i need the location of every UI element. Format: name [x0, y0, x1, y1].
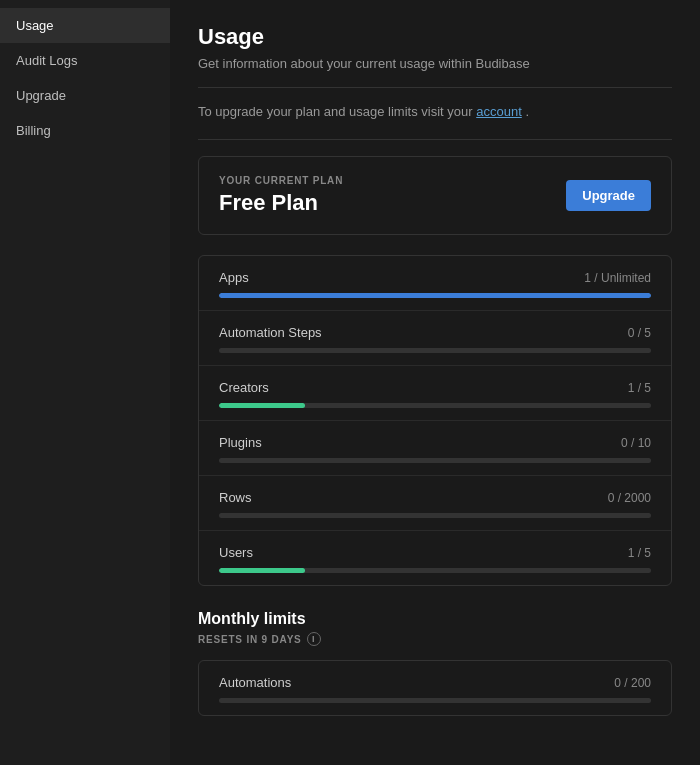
usage-row-automation-steps: Automation Steps0 / 5 [199, 311, 671, 366]
monthly-limits-section: Monthly limits RESETS IN 9 DAYS i Automa… [198, 610, 672, 716]
progress-track-users [219, 568, 651, 573]
upgrade-button[interactable]: Upgrade [566, 180, 651, 211]
monthly-usage-label-automations: Automations [219, 675, 291, 690]
usage-count-creators: 1 / 5 [628, 381, 651, 395]
sidebar-item-billing[interactable]: Billing [0, 113, 170, 148]
progress-fill-users [219, 568, 305, 573]
progress-track-rows [219, 513, 651, 518]
monthly-usage-count-automations: 0 / 200 [614, 676, 651, 690]
usage-row-rows: Rows0 / 2000 [199, 476, 671, 531]
plan-name: Free Plan [219, 190, 343, 216]
upgrade-note-prefix: To upgrade your plan and usage limits vi… [198, 104, 476, 119]
progress-track-creators [219, 403, 651, 408]
progress-fill-apps [219, 293, 651, 298]
usage-row-plugins: Plugins0 / 10 [199, 421, 671, 476]
usage-count-users: 1 / 5 [628, 546, 651, 560]
usage-label-apps: Apps [219, 270, 249, 285]
plan-card: YOUR CURRENT PLAN Free Plan Upgrade [198, 156, 672, 235]
usage-label-automation-steps: Automation Steps [219, 325, 322, 340]
sidebar-item-upgrade[interactable]: Upgrade [0, 78, 170, 113]
progress-fill-creators [219, 403, 305, 408]
monthly-limits-title: Monthly limits [198, 610, 672, 628]
sidebar-item-audit-logs[interactable]: Audit Logs [0, 43, 170, 78]
resets-label: RESETS IN 9 DAYS i [198, 632, 672, 646]
usage-count-automation-steps: 0 / 5 [628, 326, 651, 340]
sidebar-item-usage[interactable]: Usage [0, 8, 170, 43]
divider-1 [198, 87, 672, 88]
monthly-usage-section: Automations0 / 200 [198, 660, 672, 716]
usage-label-users: Users [219, 545, 253, 560]
monthly-progress-track-automations [219, 698, 651, 703]
page-subtitle: Get information about your current usage… [198, 56, 672, 71]
upgrade-note: To upgrade your plan and usage limits vi… [198, 104, 672, 119]
usage-row-users: Users1 / 5 [199, 531, 671, 585]
progress-track-plugins [219, 458, 651, 463]
usage-count-plugins: 0 / 10 [621, 436, 651, 450]
progress-track-automation-steps [219, 348, 651, 353]
usage-row-creators: Creators1 / 5 [199, 366, 671, 421]
plan-label: YOUR CURRENT PLAN [219, 175, 343, 186]
usage-count-apps: 1 / Unlimited [584, 271, 651, 285]
page-title: Usage [198, 24, 672, 50]
info-icon[interactable]: i [307, 632, 321, 646]
account-link[interactable]: account [476, 104, 522, 119]
monthly-usage-row-automations: Automations0 / 200 [199, 661, 671, 715]
usage-label-rows: Rows [219, 490, 252, 505]
usage-label-creators: Creators [219, 380, 269, 395]
upgrade-note-suffix: . [525, 104, 529, 119]
sidebar: UsageAudit LogsUpgradeBilling [0, 0, 170, 765]
usage-label-plugins: Plugins [219, 435, 262, 450]
divider-2 [198, 139, 672, 140]
usage-count-rows: 0 / 2000 [608, 491, 651, 505]
usage-row-apps: Apps1 / Unlimited [199, 256, 671, 311]
progress-track-apps [219, 293, 651, 298]
usage-section: Apps1 / UnlimitedAutomation Steps0 / 5Cr… [198, 255, 672, 586]
plan-info: YOUR CURRENT PLAN Free Plan [219, 175, 343, 216]
main-content: Usage Get information about your current… [170, 0, 700, 765]
